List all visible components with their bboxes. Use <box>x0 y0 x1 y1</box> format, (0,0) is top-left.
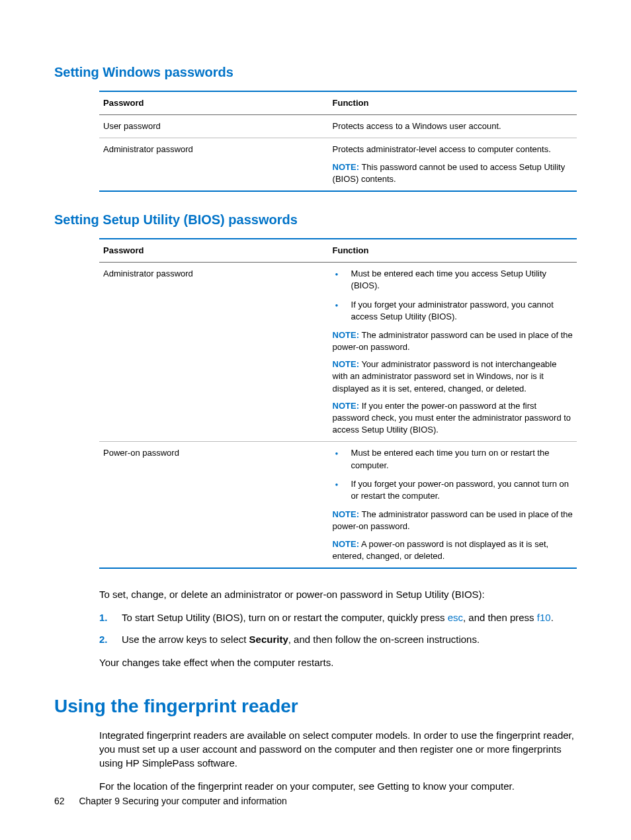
note-label: NOTE: <box>333 539 359 549</box>
th-function: Function <box>329 91 577 115</box>
fingerprint-para2: For the location of the fingerprint read… <box>99 779 577 793</box>
th-password: Password <box>99 91 329 115</box>
cell-password: User password <box>99 115 329 138</box>
cell-function: Must be entered each time you access Set… <box>329 263 577 442</box>
fingerprint-para1: Integrated fingerprint readers are avail… <box>99 728 577 770</box>
table-windows-passwords: Password Function User password Protects… <box>99 91 577 192</box>
table-row: Administrator password Protects administ… <box>99 138 577 191</box>
note-label: NOTE: <box>333 330 359 340</box>
heading-setting-bios-passwords: Setting Setup Utility (BIOS) passwords <box>54 210 577 229</box>
page-number: 62 <box>54 796 65 806</box>
kbd-f10: f10 <box>537 612 551 623</box>
steps-list: 1. To start Setup Utility (BIOS), turn o… <box>99 610 577 646</box>
page-footer: 62 Chapter 9 Securing your computer and … <box>54 795 287 808</box>
step-text: To start Setup Utility (BIOS), turn on o… <box>122 612 448 623</box>
step-text: , and then follow the on-screen instruct… <box>288 634 480 645</box>
heading-setting-windows-passwords: Setting Windows passwords <box>54 63 577 81</box>
closing-paragraph: Your changes take effect when the comput… <box>99 655 577 669</box>
cell-password: Administrator password <box>99 263 329 442</box>
cell-function-text: Protects administrator-level access to c… <box>333 144 551 154</box>
bullet-item: Must be entered each time you access Set… <box>333 268 573 292</box>
bullet-item: Must be entered each time you turn on or… <box>333 447 573 471</box>
cell-function: Protects access to a Windows user accoun… <box>329 115 577 138</box>
step-number: 2. <box>99 632 108 646</box>
step-number: 1. <box>99 610 108 624</box>
note-text: Your administrator password is not inter… <box>333 359 557 393</box>
chapter-label: Chapter 9 Securing your computer and inf… <box>79 796 286 806</box>
cell-function: Must be entered each time you turn on or… <box>329 442 577 568</box>
table-bios-passwords: Password Function Administrator password… <box>99 238 577 569</box>
bullet-item: If you forget your administrator passwor… <box>333 299 573 323</box>
step-text: . <box>551 612 554 623</box>
bullet-item: If you forget your power-on password, yo… <box>333 478 573 502</box>
cell-function: Protects administrator-level access to c… <box>329 138 577 191</box>
heading-fingerprint-reader: Using the fingerprint reader <box>54 693 577 719</box>
note-label: NOTE: <box>333 359 359 369</box>
intro-paragraph: To set, change, or delete an administrat… <box>99 587 577 601</box>
step-item: 2. Use the arrow keys to select Security… <box>99 632 577 646</box>
th-function: Function <box>329 239 577 263</box>
step-item: 1. To start Setup Utility (BIOS), turn o… <box>99 610 577 624</box>
step-text: Use the arrow keys to select <box>122 634 249 645</box>
note-text: The administrator password can be used i… <box>333 509 573 531</box>
note-text: A power-on password is not displayed as … <box>333 539 549 561</box>
table-row: Administrator password Must be entered e… <box>99 263 577 442</box>
cell-password: Administrator password <box>99 138 329 191</box>
kbd-esc: esc <box>448 612 463 623</box>
note-label: NOTE: <box>333 401 359 411</box>
note-text: If you enter the power-on password at th… <box>333 401 571 435</box>
step-bold: Security <box>249 634 288 645</box>
note-label: NOTE: <box>333 162 359 172</box>
table-row: User password Protects access to a Windo… <box>99 115 577 138</box>
cell-password: Power-on password <box>99 442 329 568</box>
note-label: NOTE: <box>333 509 359 519</box>
th-password: Password <box>99 239 329 263</box>
table-row: Power-on password Must be entered each t… <box>99 442 577 568</box>
step-text: , and then press <box>463 612 537 623</box>
note-text: The administrator password can be used i… <box>333 330 573 352</box>
note-text: This password cannot be used to access S… <box>333 162 566 184</box>
